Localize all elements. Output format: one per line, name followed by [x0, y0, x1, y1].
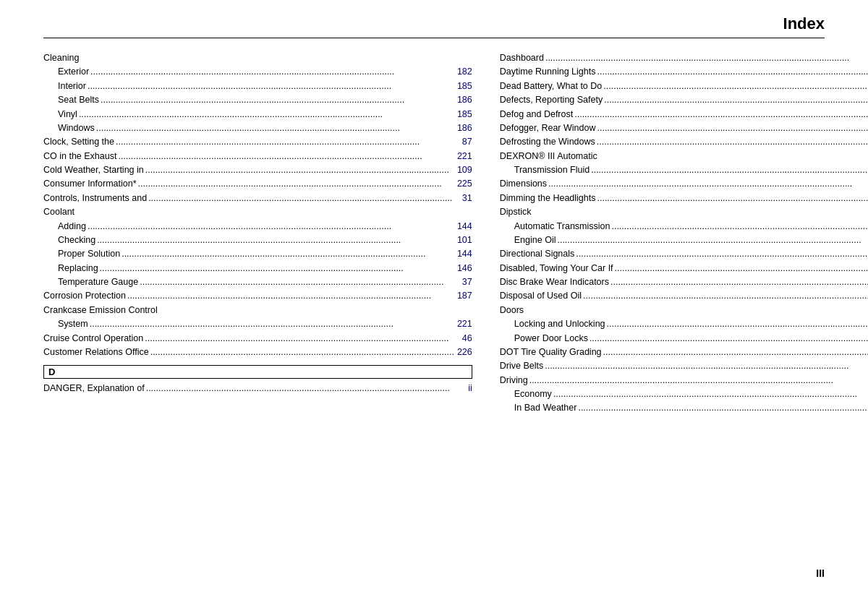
- sub-entry-label: Adding: [58, 220, 86, 233]
- index-entry-sub: Exterior................................…: [43, 65, 472, 79]
- index-entry-sub: Automatic Transmission..................…: [500, 220, 868, 233]
- sub-entry-label: Interior: [58, 80, 86, 93]
- entry-page: 225: [457, 177, 472, 191]
- entry-label: Disc Brake Wear Indicators: [500, 275, 609, 289]
- page-title: Index: [783, 14, 825, 33]
- index-entry-sub: System..................................…: [43, 317, 472, 331]
- entry-page: 46: [462, 332, 472, 346]
- entry-label: Dimming the Headlights: [500, 192, 596, 205]
- index-entry-main: Drive Belts.............................…: [500, 359, 868, 373]
- index-entry-sub: Adding..................................…: [43, 220, 472, 233]
- entry-page: 109: [457, 163, 472, 177]
- entry-label: Defogger, Rear Window: [500, 121, 596, 135]
- page-header: Index: [43, 14, 825, 38]
- entry-label: Dead Battery, What to Do: [500, 80, 603, 93]
- sub-entry-page: 182: [457, 65, 472, 79]
- sub-entry-page: 221: [457, 317, 472, 331]
- index-entry-main: Directional Signals.....................…: [500, 247, 868, 261]
- index-entry-sub: Transmission Fluid......................…: [500, 163, 868, 177]
- index-entry-main: Dimming the Headlights..................…: [500, 192, 868, 205]
- index-entry-main: DANGER, Explanation of..................…: [43, 382, 472, 395]
- page: Index CleaningExterior..................…: [0, 0, 868, 592]
- index-columns: CleaningExterior........................…: [43, 51, 825, 416]
- entry-page: 226: [457, 346, 472, 359]
- index-entry-main: Corrosion Protection....................…: [43, 289, 472, 303]
- index-entry-main: Disc Brake Wear Indicators..............…: [500, 275, 868, 289]
- index-entry-sub: Temperature Gauge.......................…: [43, 275, 472, 289]
- entry-label: Controls, Instruments and: [43, 192, 147, 205]
- index-entry-sub: Proper Solution.........................…: [43, 247, 472, 261]
- index-heading: Coolant: [43, 205, 472, 219]
- entry-label: Consumer Information*: [43, 177, 137, 191]
- entry-page: ii: [468, 382, 472, 395]
- entry-label: Disposal of Used Oil: [500, 289, 582, 303]
- sub-entry-label: Seat Belts: [58, 93, 99, 107]
- entry-label: DANGER, Explanation of: [43, 382, 145, 395]
- sub-entry-page: 101: [457, 233, 472, 247]
- index-heading: Dipstick: [500, 205, 868, 219]
- section-header: D: [43, 365, 472, 379]
- sub-entry-label: System: [58, 317, 88, 331]
- index-entry-sub: Power Door Locks........................…: [500, 332, 868, 346]
- entry-label: DOT Tire Quality Grading: [500, 346, 602, 359]
- index-entry-sub: Windows.................................…: [43, 121, 472, 135]
- sub-entry-label: Transmission Fluid: [514, 163, 590, 177]
- entry-label: Defects, Reporting Safety: [500, 93, 603, 107]
- entry-label: Defog and Defrost: [500, 108, 573, 121]
- index-entry-main: Dead Battery, What to Do................…: [500, 80, 868, 93]
- index-entry-sub: Locking and Unlocking...................…: [500, 317, 868, 331]
- index-entry-sub: Vinyl...................................…: [43, 108, 472, 121]
- sub-entry-label: Exterior: [58, 65, 89, 79]
- index-heading: Doors: [500, 304, 868, 317]
- index-entry-sub: Engine Oil..............................…: [500, 233, 868, 247]
- entry-label: CO in the Exhaust: [43, 150, 116, 163]
- index-entry-main: Defects, Reporting Safety...............…: [500, 93, 868, 107]
- index-entry-main: Cruise Control Operation................…: [43, 332, 472, 346]
- index-entry-sub: Checking................................…: [43, 233, 472, 247]
- entry-page: 187: [457, 289, 472, 303]
- index-entry-sub: Economy.................................…: [500, 387, 868, 401]
- index-entry-main: Disposal of Used Oil....................…: [500, 289, 868, 303]
- sub-entry-label: Proper Solution: [58, 247, 120, 261]
- page-number: III: [816, 567, 825, 579]
- entry-label: Disabled, Towing Your Car If: [500, 262, 613, 275]
- entry-label: Cruise Control Operation: [43, 332, 143, 346]
- entry-label: Crankcase Emission Control: [43, 304, 158, 317]
- sub-entry-label: Engine Oil: [514, 233, 556, 247]
- entry-label: Dashboard: [500, 51, 544, 65]
- entry-page: 221: [457, 150, 472, 163]
- index-entry-main: Defrosting the Windows..................…: [500, 135, 868, 149]
- entry-label: Defrosting the Windows: [500, 135, 595, 149]
- index-entry-main: Daytime Running Lights..................…: [500, 65, 868, 79]
- entry-label: Corrosion Protection: [43, 289, 126, 303]
- index-entry-main: Defog and Defrost.......................…: [500, 108, 868, 121]
- index-entry-main: Disabled, Towing Your Car If............…: [500, 262, 868, 275]
- sub-entry-page: 37: [462, 275, 472, 289]
- index-entry-main: Defogger, Rear Window...................…: [500, 121, 868, 135]
- sub-entry-label: Economy: [514, 387, 552, 401]
- entry-label: Daytime Running Lights: [500, 65, 596, 79]
- index-entry-main: Consumer Information*...................…: [43, 177, 472, 191]
- sub-entry-page: 185: [457, 108, 472, 121]
- sub-entry-page: 186: [457, 121, 472, 135]
- sub-entry-page: 144: [457, 247, 472, 261]
- index-entry-sub: Replacing...............................…: [43, 262, 472, 275]
- sub-entry-label: Locking and Unlocking: [514, 317, 605, 331]
- sub-entry-label: Vinyl: [58, 108, 77, 121]
- entry-label: Directional Signals: [500, 247, 575, 261]
- sub-entry-label: Power Door Locks: [514, 332, 588, 346]
- index-entry-sub: Interior................................…: [43, 80, 472, 93]
- index-entry-main: Dashboard...............................…: [500, 51, 868, 65]
- index-entry-main: Controls, Instruments and...............…: [43, 192, 472, 205]
- sub-entry-page: 144: [457, 220, 472, 233]
- index-entry-sub: Seat Belts..............................…: [43, 93, 472, 107]
- column-2: Dashboard...............................…: [500, 51, 868, 416]
- sub-entry-page: 186: [457, 93, 472, 107]
- sub-entry-label: Temperature Gauge: [58, 275, 138, 289]
- index-entry-main: CO in the Exhaust.......................…: [43, 150, 472, 163]
- index-entry-main: Driving.................................…: [500, 374, 868, 387]
- index-entry-main: Clock, Setting the......................…: [43, 135, 472, 149]
- page-footer: III: [816, 567, 825, 579]
- sub-entry-page: 146: [457, 262, 472, 275]
- entry-page: 87: [462, 135, 472, 149]
